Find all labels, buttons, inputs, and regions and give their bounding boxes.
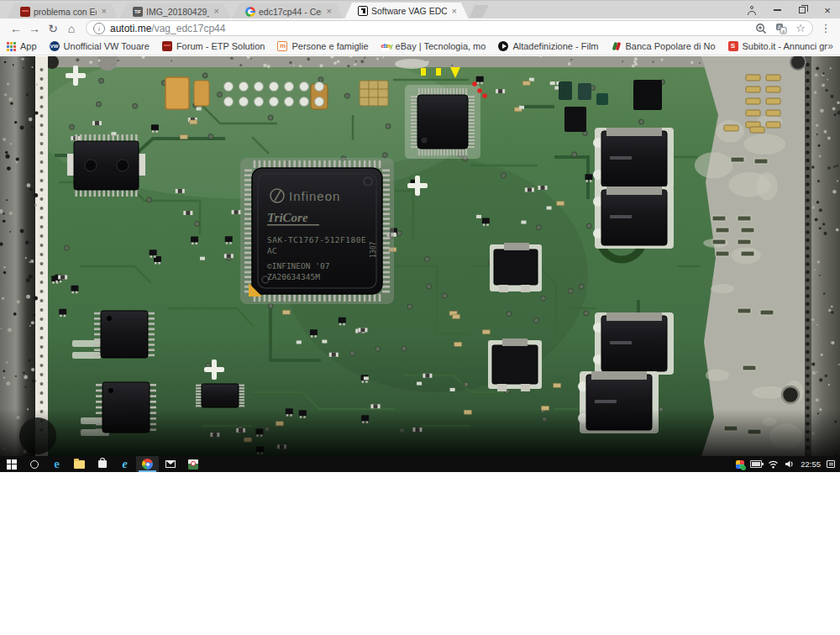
bookmark-subito[interactable]: S Subito.it - Annunci gr bbox=[728, 41, 828, 51]
address-bar[interactable]: i autoti.me/vag_edc17cp44 Aa ☆ bbox=[86, 20, 813, 36]
pcb-photo[interactable]: Infineon TriCore SAK-TC1767-512F180E AC … bbox=[0, 56, 840, 456]
soic28-chip-1 bbox=[94, 311, 155, 358]
tab-close-icon[interactable]: × bbox=[102, 7, 107, 16]
chip-family-text: TriCore bbox=[267, 211, 308, 224]
ie-icon: e bbox=[122, 459, 127, 470]
mail-envelope-icon bbox=[165, 460, 176, 468]
bookmark-star-icon[interactable]: ☆ bbox=[795, 23, 806, 34]
close-button[interactable]: × bbox=[815, 1, 840, 19]
bookmarks-bar: App VW Unofficial VW Touare Forum - ETP … bbox=[0, 38, 840, 55]
desktop-screen: problema con Edc17cp4 × TIF IMG_20180429… bbox=[0, 0, 840, 635]
back-button[interactable]: ← bbox=[7, 23, 25, 34]
new-tab-button[interactable] bbox=[470, 5, 489, 18]
zoom-icon[interactable] bbox=[755, 23, 767, 34]
page-info-icon[interactable]: i bbox=[93, 23, 105, 34]
profile-icon bbox=[748, 6, 757, 15]
browser-toolbar: ← → ↻ ⌂ i autoti.me/vag_edc17cp44 Aa ☆ ⋮ bbox=[0, 18, 840, 38]
restore-icon bbox=[799, 7, 806, 13]
taskbar-chrome-active[interactable] bbox=[136, 456, 159, 472]
google-favicon-icon bbox=[245, 7, 255, 17]
tab-close-icon[interactable]: × bbox=[452, 7, 457, 16]
soic16-chip bbox=[196, 384, 244, 407]
forum-favicon-icon bbox=[20, 7, 30, 17]
bank-logo-icon bbox=[612, 41, 622, 51]
taskbar-edge[interactable]: e bbox=[45, 456, 68, 472]
battery-icon[interactable] bbox=[750, 460, 762, 468]
infineon-tricore-chip: Infineon TriCore SAK-TC1767-512F180E AC … bbox=[240, 158, 394, 304]
windows-taskbar: e e 22:55 bbox=[0, 456, 840, 472]
svg-text:SAK-TC1767-512F180E: SAK-TC1767-512F180E bbox=[267, 235, 366, 244]
tab-close-icon[interactable]: × bbox=[327, 7, 332, 16]
svg-text:1307: 1307 bbox=[370, 242, 377, 258]
wifi-icon[interactable] bbox=[768, 459, 779, 469]
dpak-transistor-2 bbox=[488, 338, 542, 391]
speaker-icon[interactable] bbox=[785, 459, 795, 469]
chrome-menu-icon[interactable]: ⋮ bbox=[818, 22, 833, 34]
bookmark-apps[interactable]: App bbox=[7, 41, 37, 51]
tab-3[interactable]: edc17cp44 - Cerca con G × bbox=[232, 3, 344, 19]
windows-logo-icon bbox=[7, 459, 17, 470]
photo-app-icon bbox=[188, 459, 198, 470]
etp-logo-icon bbox=[162, 41, 172, 51]
bookmark-altadefinizione[interactable]: Altadefinizione - Film bbox=[498, 41, 598, 51]
tab-title: problema con Edc17cp4 bbox=[34, 7, 97, 17]
play-circle-icon bbox=[498, 41, 508, 51]
site-favicon-icon bbox=[358, 6, 368, 16]
subito-logo-icon: S bbox=[728, 41, 738, 51]
minimize-icon bbox=[774, 9, 781, 10]
restore-button[interactable] bbox=[790, 1, 815, 19]
pcb-image: Infineon TriCore SAK-TC1767-512F180E AC … bbox=[0, 56, 840, 456]
image-file-favicon-icon: TIF bbox=[133, 7, 143, 17]
ebay-logo-icon: ebay bbox=[381, 41, 391, 51]
translate-icon[interactable]: Aa bbox=[775, 23, 787, 34]
taskbar-store[interactable] bbox=[91, 456, 113, 472]
chip-brand-text: Infineon bbox=[289, 189, 340, 203]
svg-text:ZA20634345M: ZA20634345M bbox=[267, 272, 320, 281]
tab-title: Software VAG EDC17CP4 bbox=[371, 6, 447, 16]
forward-button[interactable]: → bbox=[25, 23, 44, 34]
security-tray-icon[interactable] bbox=[736, 460, 744, 469]
bookmark-ebay[interactable]: ebay eBay | Tecnologia, mo bbox=[381, 41, 486, 51]
profile-button[interactable] bbox=[739, 1, 764, 19]
taskbar-clock[interactable]: 22:55 bbox=[801, 459, 821, 469]
chrome-icon bbox=[142, 459, 153, 470]
qfp64-chip bbox=[405, 85, 480, 159]
apps-grid-icon bbox=[7, 42, 16, 51]
tab-1[interactable]: problema con Edc17cp4 × bbox=[7, 3, 118, 19]
dpak-transistor-1 bbox=[490, 243, 542, 292]
svg-text:©INFINEON '07: ©INFINEON '07 bbox=[267, 261, 329, 270]
bookmark-banca[interactable]: Banca Popolare di No bbox=[612, 41, 716, 51]
url-host: autoti.me bbox=[110, 23, 151, 34]
m-logo-icon: m bbox=[277, 41, 287, 51]
browser-titlebar: problema con Edc17cp4 × TIF IMG_20180429… bbox=[0, 0, 840, 19]
store-bag-icon bbox=[98, 460, 107, 468]
tab-2[interactable]: TIF IMG_20180429_182111_8 × bbox=[119, 3, 231, 19]
search-circle-icon bbox=[30, 460, 39, 469]
tab-title: edc17cp44 - Cerca con G bbox=[259, 7, 322, 17]
tab-close-icon[interactable]: × bbox=[214, 7, 219, 16]
bookmarks-overflow-chevron[interactable]: » bbox=[827, 40, 833, 52]
taskbar-photo-app[interactable] bbox=[181, 456, 204, 472]
cortana-search-button[interactable] bbox=[23, 456, 45, 472]
taskbar-internet-explorer[interactable]: e bbox=[113, 456, 136, 472]
reload-button[interactable]: ↻ bbox=[44, 23, 62, 34]
bookmark-vw[interactable]: VW Unofficial VW Touare bbox=[50, 41, 150, 51]
minimize-button[interactable] bbox=[764, 1, 790, 19]
start-button[interactable] bbox=[0, 456, 23, 472]
vw-logo-icon: VW bbox=[50, 41, 60, 51]
power-soic-chip bbox=[67, 134, 145, 197]
home-button[interactable]: ⌂ bbox=[62, 23, 81, 34]
taskbar-file-explorer[interactable] bbox=[68, 456, 91, 472]
bookmark-persone[interactable]: m Persone e famiglie bbox=[277, 41, 368, 51]
tantalum-capacitor bbox=[165, 77, 189, 109]
action-center-icon[interactable] bbox=[827, 460, 835, 468]
edge-icon: e bbox=[54, 458, 60, 470]
tab-4-active[interactable]: Software VAG EDC17CP4 × bbox=[344, 3, 469, 19]
bookmark-etp-forum[interactable]: Forum - ETP Solution bbox=[162, 41, 265, 51]
folder-icon bbox=[74, 460, 85, 469]
gold-capacitor bbox=[360, 81, 388, 106]
system-tray: 22:55 bbox=[736, 456, 840, 472]
taskbar-mail[interactable] bbox=[159, 456, 181, 472]
svg-text:AC: AC bbox=[267, 246, 276, 255]
url-path: /vag_edc17cp44 bbox=[151, 23, 225, 34]
